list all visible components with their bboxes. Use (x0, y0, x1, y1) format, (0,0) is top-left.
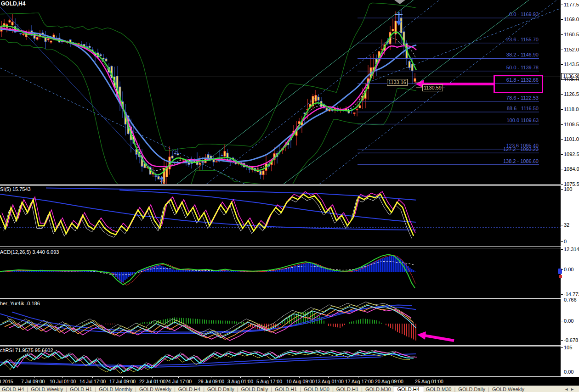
scale-tick-label: 1109.55 (564, 122, 579, 127)
scale-tick (561, 64, 563, 65)
chart-tab-gold-weekly[interactable]: GOLD.Weekly (137, 386, 173, 392)
chart-tab-gold-weekly[interactable]: GOLD.Weekly (490, 386, 526, 392)
time-axis[interactable]: l 20157 Jul 09:0010 Jul 01:0014 Jul 17:0… (0, 377, 579, 386)
macd-panel[interactable] (0, 248, 561, 298)
time-axis-label: 17 Aug 17:00 (345, 379, 374, 384)
scale-tick-label: 0.00 (564, 369, 573, 375)
tab-divider: | (331, 386, 335, 392)
fisher-panel[interactable] (0, 300, 561, 345)
tab-divider: | (134, 386, 137, 392)
stochrsi-panel[interactable] (0, 347, 561, 376)
chart-tab-gold-monthly[interactable]: GOLD.Monthly (97, 386, 134, 392)
chart-shift-triangle-icon[interactable] (394, 0, 405, 4)
time-axis-tick (240, 377, 241, 378)
chart-tab-gold-m30[interactable]: GOLD.M30 (302, 386, 331, 392)
scale-tick (561, 321, 563, 321)
time-axis-tick (358, 377, 358, 378)
panel-separator[interactable] (0, 345, 561, 346)
time-axis-label: 25 Aug 01:00 (415, 379, 443, 384)
chart-tab-gold-h4[interactable]: GOLD.H4 (0, 386, 26, 392)
tab-divider: | (360, 386, 363, 392)
scale-tick (561, 139, 563, 140)
tab-scroll-controls: ◄► (564, 387, 579, 392)
scale-tick-label: 12.314 (564, 246, 579, 252)
scale-tick (561, 169, 563, 169)
scale-tick-label: 1118.05 (564, 106, 579, 112)
panel-separator (0, 347, 561, 347)
scale-tick (561, 109, 563, 110)
fisher-annotation-arrow-shaft[interactable] (425, 336, 454, 341)
panel-separator (0, 185, 561, 186)
fisher-annotation-arrow-head-icon (417, 331, 426, 340)
scale-tick (561, 372, 563, 372)
tab-divider: | (202, 386, 205, 392)
time-axis-tick (388, 377, 388, 378)
fib-level-label: 78.6 - 1122.53 (465, 95, 539, 101)
scale-tick-label: 1160.55 (564, 32, 579, 37)
scale-tick-label: -14.772 (564, 291, 579, 297)
chart-tab-gold-daily[interactable]: GOLD.Daily (205, 386, 236, 392)
scale-tick-label: 100 (564, 186, 572, 192)
scale-tick-label: 1135.05 (564, 77, 579, 82)
tab-divider: | (270, 386, 273, 392)
tab-divider: | (299, 386, 302, 392)
tab-divider: | (173, 386, 176, 392)
main-chart[interactable] (0, 0, 561, 184)
time-axis-label: 17 Jul 09:00 (109, 379, 136, 384)
fib-highlight-box[interactable] (494, 75, 543, 93)
chart-tab-gold-h1[interactable]: GOLD.H1 (68, 386, 94, 392)
time-axis-label: 5 Aug 17:00 (256, 379, 282, 384)
scale-tick (561, 300, 563, 300)
time-axis-label: l 2015 (0, 379, 13, 384)
scale-tick-label: 0 (564, 239, 567, 244)
time-axis-label: 22 Jul 01:00 (139, 379, 165, 384)
tab-scroll-left-icon[interactable]: ◄ (564, 387, 570, 392)
trendline (0, 7, 165, 183)
chart-tab-gold-h4-active[interactable]: GOLD.H4 (393, 386, 424, 392)
scale-tick (561, 94, 563, 95)
tab-divider: | (236, 386, 239, 392)
tab-scroll-right-icon[interactable]: ► (570, 387, 576, 392)
chart-tab-gold-m30[interactable]: GOLD.M30 (424, 386, 454, 392)
price-tag-1133[interactable]: 1133.16 (387, 79, 408, 86)
fib-level-label: 100.0 1109.63 (465, 118, 539, 123)
fib-level-label: 127.2 - 1093.23 (465, 146, 539, 152)
price-tag-1130[interactable]: 1130.59 (422, 84, 443, 91)
time-axis-label: 13 Aug 01:00 (315, 379, 344, 384)
scale-tick (561, 249, 563, 250)
scale-tick (561, 225, 563, 225)
trendline (154, 0, 420, 184)
rsi-panel[interactable] (0, 186, 561, 246)
chart-tab-gold-daily[interactable]: GOLD.Daily (456, 386, 487, 392)
scale-tick-label: 105 (564, 345, 572, 350)
time-axis-label: 10 Jul 01:00 (50, 379, 76, 384)
scale-tick (561, 269, 563, 270)
panel-separator[interactable] (0, 298, 561, 299)
chart-tab-gold-daily[interactable]: GOLD.Daily (239, 386, 270, 392)
scale-tick (561, 124, 563, 125)
tab-divider: | (26, 386, 29, 392)
tab-divider: | (65, 386, 68, 392)
mt4-terminal-window: 1136.95 GOLD,H4 SI(5) 15.7543 ACD(12,26,… (0, 0, 579, 392)
scale-tick-label: 1169.05 (564, 17, 579, 22)
time-axis-label: 3 Aug 01:00 (227, 379, 253, 384)
time-axis-label: 10 Aug 09:00 (286, 379, 315, 384)
scale-tick (561, 154, 563, 155)
scale-tick-label: 1101.05 (564, 136, 579, 142)
panel-separator[interactable] (0, 246, 561, 247)
scale-tick (561, 189, 563, 190)
chart-tab-gold-h1[interactable]: GOLD.H1 (273, 386, 299, 392)
chart-tab-gold-h4[interactable]: GOLD.H4 (176, 386, 202, 392)
scale-tick (561, 19, 563, 20)
chart-tab-gold-h1[interactable]: GOLD.H1 (335, 386, 360, 392)
chart-tab-gold-m30[interactable]: GOLD.M30 (363, 386, 393, 392)
macd-label: ACD(12,26,5) 3.440 6.093 (0, 249, 59, 255)
chart-tab-gold-weekly[interactable]: GOLD.Weekly (29, 386, 65, 392)
time-axis-tick (152, 377, 153, 378)
time-axis-tick (428, 377, 428, 378)
fib-level-label: 23.6 - 1155.70 (465, 37, 539, 42)
time-axis-label: 14 Jul 17:00 (79, 379, 106, 384)
scale-tick-label: 1092.55 (564, 151, 579, 157)
scale-tick-label: 0.00 (564, 318, 573, 324)
scale-tick (561, 241, 563, 242)
